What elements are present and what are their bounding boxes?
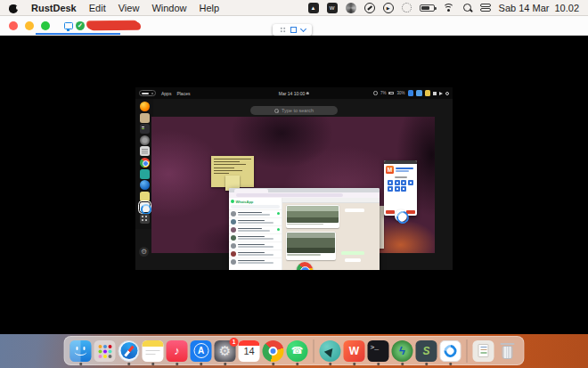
menu-edit[interactable]: Edit <box>89 3 106 13</box>
remote-firefox-icon[interactable] <box>140 102 150 111</box>
tray-app-blue-icon[interactable] <box>408 90 414 96</box>
remote-desktop-view[interactable]: Apps Places Mar 14 10:00 7% 30% <box>135 87 453 270</box>
menu-view[interactable]: View <box>118 3 140 13</box>
chat-row[interactable] <box>229 233 282 241</box>
volume-icon[interactable] <box>439 92 443 95</box>
session-toolbar <box>273 24 312 36</box>
photo-message[interactable] <box>286 232 336 260</box>
dock-s-app-icon[interactable]: S <box>416 340 437 362</box>
remote-app-grid-icon[interactable] <box>140 214 150 224</box>
battery-icon[interactable] <box>420 4 435 12</box>
dock-trash-icon[interactable] <box>497 340 519 362</box>
address-bar[interactable] <box>236 193 343 196</box>
workspace-indicator[interactable] <box>139 90 156 96</box>
running-indicator <box>377 363 380 365</box>
remote-terminal-icon[interactable] <box>140 124 150 134</box>
dock-lightning-app-icon[interactable]: ϟ <box>392 340 413 362</box>
close-button[interactable] <box>9 21 18 30</box>
tray-sticky-notes-icon[interactable] <box>425 90 431 96</box>
menubar-clock[interactable]: Sab 14 Mar 10.02 <box>499 3 579 13</box>
notification-badge: 1 <box>230 338 239 347</box>
statusbar-compass-icon[interactable] <box>364 3 375 13</box>
remote-chrome-icon[interactable] <box>140 158 150 168</box>
overview-gear-icon[interactable]: ⚙ <box>139 247 149 257</box>
dock-system-settings-icon[interactable]: ⚙ 1 <box>215 340 236 362</box>
app-menu-rustdesk[interactable]: RustDesk <box>31 3 77 13</box>
dock-navigator-app-icon[interactable] <box>320 340 341 362</box>
chat-row[interactable] <box>229 217 282 225</box>
redacted-connection-id <box>87 21 139 30</box>
dock-safari-icon[interactable] <box>118 340 140 362</box>
photo-message[interactable] <box>286 205 339 228</box>
power-icon[interactable] <box>445 92 449 95</box>
whatsapp-search[interactable] <box>231 205 280 209</box>
unread-badge <box>277 228 280 231</box>
dock-appstore-icon[interactable]: A <box>191 340 212 362</box>
net-monitor-icon[interactable] <box>373 91 378 95</box>
chat-row[interactable] <box>229 249 282 258</box>
zoom-button[interactable] <box>41 21 50 30</box>
dock-terminal-icon[interactable]: >_ <box>368 340 389 362</box>
remote-files-icon[interactable] <box>140 113 150 123</box>
running-indicator <box>401 363 404 365</box>
dock-chrome-icon[interactable] <box>263 340 284 362</box>
dock-wps-office-icon[interactable]: W <box>344 340 365 362</box>
toolbar-grid-icon[interactable] <box>280 27 286 33</box>
dock-launchpad-icon[interactable] <box>94 340 116 362</box>
mini-window-red-bar <box>386 210 395 214</box>
menu-help[interactable]: Help <box>200 3 220 13</box>
remote-settings-icon[interactable] <box>140 135 150 145</box>
mini-window-buttons[interactable] <box>384 180 417 192</box>
dock-calendar-icon[interactable]: 14 <box>239 340 260 362</box>
dock-whatsapp-icon[interactable]: ☎ <box>287 340 308 362</box>
chevron-down-icon[interactable] <box>299 26 306 32</box>
dock-music-icon[interactable]: ♪ <box>167 340 188 362</box>
tray-app-lightblue-icon[interactable] <box>416 90 422 96</box>
remote-workspace[interactable]: WhatsApp <box>151 117 435 253</box>
chat-row[interactable] <box>229 225 282 233</box>
now-playing-icon[interactable]: ▶ <box>383 3 394 13</box>
remote-swirl-app-icon-active[interactable] <box>140 202 150 212</box>
remote-clock[interactable]: Mar 14 10:00 <box>279 91 309 96</box>
overview-search[interactable]: Type to search <box>250 106 338 115</box>
menu-window[interactable]: Window <box>151 3 186 13</box>
spotlight-search-icon[interactable] <box>462 3 472 12</box>
browser-tab[interactable] <box>234 189 268 192</box>
whatsapp-conversation[interactable] <box>282 198 380 270</box>
whatsapp-chat-list: WhatsApp <box>229 198 282 270</box>
remote-teal-app-icon[interactable] <box>140 169 150 179</box>
minimize-button[interactable] <box>25 21 34 30</box>
remote-text-editor-icon[interactable] <box>140 146 150 156</box>
remote-sticky-notes-icon[interactable] <box>140 192 150 201</box>
chat-row[interactable] <box>229 241 282 249</box>
statusbar-app-w-icon[interactable]: W <box>327 3 338 13</box>
chat-row[interactable] <box>229 258 282 266</box>
remote-web-browser-icon[interactable] <box>140 180 150 190</box>
avatar <box>231 259 236 265</box>
dock-notes-icon[interactable] <box>143 340 164 362</box>
running-indicator <box>449 363 452 365</box>
whatsapp-title: WhatsApp <box>236 200 254 204</box>
chat-row[interactable] <box>229 209 282 217</box>
mini-window-caption <box>395 176 407 178</box>
dock-downloads-icon[interactable] <box>473 340 494 362</box>
remote-apps-menu[interactable]: Apps <box>159 90 174 97</box>
statusbar-app-a-icon[interactable]: ▲ <box>308 3 319 13</box>
remote-places-menu[interactable]: Places <box>174 90 192 97</box>
keyboard-layout-icon[interactable] <box>433 92 437 95</box>
mini-app-window[interactable]: M <box>384 160 417 216</box>
syncing-icon[interactable] <box>402 3 412 12</box>
wifi-icon[interactable] <box>443 4 454 12</box>
session-tab[interactable]: ✓ <box>61 16 143 35</box>
whatsapp-header: WhatsApp <box>229 198 282 205</box>
statusbar-swirl-icon[interactable] <box>346 3 356 13</box>
avatar <box>231 251 236 257</box>
apple-menu-icon[interactable] <box>9 3 19 13</box>
remote-battery-icon[interactable] <box>388 92 394 94</box>
fullscreen-icon[interactable] <box>290 27 297 33</box>
dock-finder-icon[interactable] <box>70 340 92 362</box>
control-center-icon[interactable] <box>480 4 491 12</box>
avatar <box>231 219 236 225</box>
chrome-whatsapp-window[interactable]: WhatsApp <box>229 188 380 270</box>
dock-swirl-app-icon[interactable] <box>440 340 461 362</box>
